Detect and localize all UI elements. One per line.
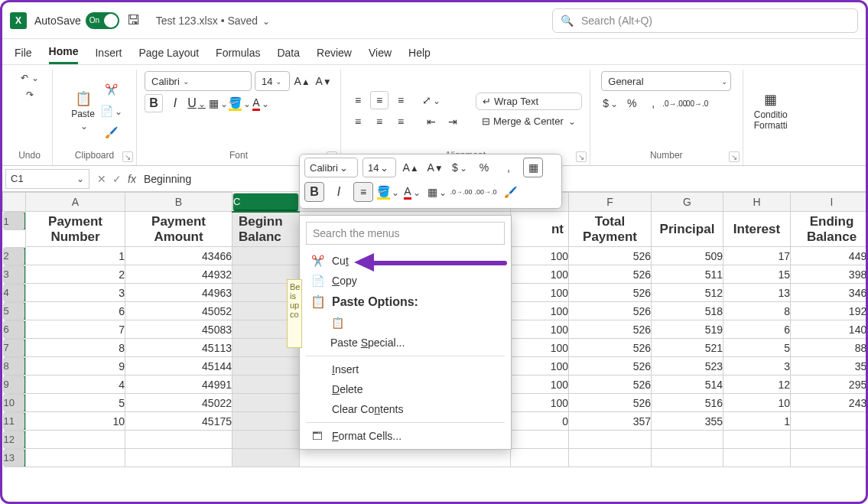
row-header[interactable]: 5 xyxy=(3,302,26,320)
cell[interactable]: 3980 xyxy=(791,265,869,284)
mini-fill-color[interactable]: 🪣 xyxy=(378,182,398,202)
mini-currency[interactable]: $ xyxy=(450,158,470,177)
cell[interactable]: 3 xyxy=(26,284,125,302)
mini-increase-font[interactable]: A▲ xyxy=(401,158,421,177)
cell[interactable] xyxy=(511,449,569,467)
mini-table-icon[interactable]: ▦ xyxy=(523,158,543,177)
cell[interactable]: 880 xyxy=(791,339,869,357)
font-name-select[interactable]: Calibri⌄ xyxy=(145,71,252,91)
mini-font-name[interactable]: Calibri⌄ xyxy=(304,158,358,177)
cell[interactable]: 3468 xyxy=(791,284,869,302)
cell[interactable]: 100 xyxy=(511,265,569,284)
cell[interactable]: 45144 xyxy=(125,357,232,376)
cell[interactable]: 8 xyxy=(723,302,791,320)
percent-button[interactable]: % xyxy=(623,94,641,112)
context-clear[interactable]: Clear Contents xyxy=(300,399,511,419)
cell[interactable]: 44932 xyxy=(125,265,232,284)
cell[interactable]: 526 xyxy=(569,265,652,284)
cell[interactable]: 45052 xyxy=(125,302,232,320)
cell[interactable]: 44991 xyxy=(125,376,232,394)
cell[interactable]: 6 xyxy=(723,320,791,339)
col-header-selected[interactable]: C xyxy=(232,193,299,211)
wrap-text-button[interactable]: ↵Wrap Text xyxy=(476,93,582,110)
context-paste-default[interactable]: 📋 xyxy=(300,313,511,333)
cell[interactable]: 512 xyxy=(652,284,723,302)
cell-selected[interactable]: Beginn Balanc xyxy=(232,212,300,247)
cell[interactable]: 3 xyxy=(723,357,791,376)
cell[interactable]: 15 xyxy=(723,265,791,284)
cell[interactable]: Payment Number xyxy=(26,212,125,247)
cell-selected[interactable] xyxy=(232,449,300,467)
cell[interactable]: 514 xyxy=(652,376,723,394)
cell[interactable]: 10 xyxy=(723,394,791,412)
increase-indent-button[interactable]: ⇥ xyxy=(444,112,462,131)
cell[interactable]: 357 xyxy=(791,357,869,376)
row-header[interactable]: 1 xyxy=(3,212,26,230)
decrease-decimal-button[interactable]: .00→.0 xyxy=(687,94,705,112)
mini-font-size[interactable]: 14⌄ xyxy=(362,158,396,177)
cell[interactable]: 100 xyxy=(511,394,569,412)
cell[interactable]: 526 xyxy=(569,357,652,376)
mini-font-color[interactable]: A xyxy=(402,182,422,202)
increase-decimal-button[interactable]: .0→.00 xyxy=(665,94,684,112)
cell[interactable]: 526 xyxy=(569,302,652,320)
cell[interactable]: Ending Balance xyxy=(791,212,869,247)
cell[interactable]: 5 xyxy=(26,394,125,412)
cell[interactable]: 45083 xyxy=(125,320,232,339)
mini-decrease-font[interactable]: A▼ xyxy=(425,158,445,177)
align-bottom-button[interactable]: ≡ xyxy=(392,91,410,109)
cell[interactable]: 7 xyxy=(26,320,125,339)
cell[interactable]: 357 xyxy=(569,412,652,431)
cell[interactable]: 519 xyxy=(652,320,723,339)
cell[interactable]: 1920 xyxy=(791,302,869,320)
cell[interactable]: Interest xyxy=(723,212,791,247)
cell[interactable]: 13 xyxy=(723,284,791,302)
align-top-button[interactable]: ≡ xyxy=(349,91,367,109)
cell[interactable]: Payment Amount xyxy=(125,212,232,247)
document-title[interactable]: Test 123.xlsx • Saved xyxy=(156,15,270,27)
context-search[interactable]: Search the menus xyxy=(306,222,505,245)
cell[interactable]: 521 xyxy=(652,339,723,357)
cell[interactable]: 100 xyxy=(511,302,569,320)
cell[interactable]: 523 xyxy=(652,357,723,376)
cell[interactable]: 2438 xyxy=(791,394,869,412)
row-header[interactable]: 7 xyxy=(3,339,26,357)
align-right-button[interactable]: ≡ xyxy=(392,112,410,131)
cell[interactable]: 45022 xyxy=(125,394,232,412)
search-box[interactable]: 🔍 Search (Alt+Q) xyxy=(552,8,858,33)
cell[interactable]: 12 xyxy=(723,376,791,394)
cell[interactable] xyxy=(652,431,723,449)
context-copy[interactable]: 📄Copy xyxy=(300,271,511,291)
cell[interactable]: nt xyxy=(511,212,569,247)
copy-button[interactable]: 📄 xyxy=(102,102,121,120)
cell[interactable]: 4 xyxy=(26,376,125,394)
undo-button[interactable]: ↶ xyxy=(18,71,42,85)
font-size-select[interactable]: 14⌄ xyxy=(255,71,290,91)
tab-help[interactable]: Help xyxy=(408,47,431,63)
cell[interactable]: 8 xyxy=(26,339,125,357)
row-header[interactable]: 9 xyxy=(3,376,26,394)
cell[interactable]: 45113 xyxy=(125,339,232,357)
cell[interactable]: 1401 xyxy=(791,320,869,339)
cell-selected[interactable] xyxy=(232,412,300,431)
mini-borders[interactable]: ▦ xyxy=(427,182,447,202)
context-delete[interactable]: Delete xyxy=(300,379,511,399)
cell[interactable]: 526 xyxy=(569,376,652,394)
context-paste-special[interactable]: Paste Special... xyxy=(300,333,511,353)
col-header[interactable]: H xyxy=(723,193,791,212)
cell[interactable]: Total Payment xyxy=(569,212,652,247)
cell[interactable] xyxy=(723,449,791,467)
cell[interactable] xyxy=(125,431,232,449)
autosave-toggle[interactable]: On xyxy=(86,12,119,29)
col-header[interactable]: I xyxy=(791,193,869,212)
row-header[interactable]: 2 xyxy=(3,247,26,265)
tab-home[interactable]: Home xyxy=(49,45,79,64)
cell[interactable] xyxy=(723,431,791,449)
underline-button[interactable]: U xyxy=(187,94,206,112)
cell[interactable]: 17 xyxy=(723,247,791,265)
merge-center-button[interactable]: ⊟Merge & Center xyxy=(476,113,582,129)
cell[interactable] xyxy=(569,449,652,467)
formula-bar[interactable]: Beginning xyxy=(144,173,236,185)
decrease-font-button[interactable]: A▼ xyxy=(314,72,333,90)
bold-button[interactable]: B xyxy=(145,94,163,112)
